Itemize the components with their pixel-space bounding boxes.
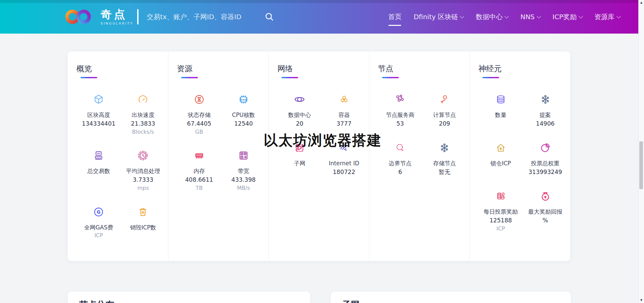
- stat-item: 容器3777: [322, 94, 366, 128]
- stat-item: 节点服务商53: [378, 94, 422, 128]
- stat-label: 子网: [294, 159, 305, 168]
- column-title-underline: [80, 77, 97, 78]
- stat-item: CPU核数12540: [221, 94, 266, 136]
- stat-unit: ICP: [94, 232, 103, 239]
- stat-unit: GB: [195, 128, 203, 136]
- moneybag-icon: [540, 190, 551, 202]
- nav-dfinity-blockchain[interactable]: Dfinity 区块链: [414, 12, 464, 21]
- stat-label: 带宽: [238, 167, 249, 175]
- bandwidth-icon: [238, 150, 249, 161]
- stat-unit: ICP: [496, 225, 505, 232]
- stat-label: 数量: [495, 111, 506, 119]
- stat-label: 每日投票奖励: [484, 208, 518, 216]
- stats-column-nodes: 节点节点服务商53计算节点209边界节点6存储节点暂无: [369, 51, 470, 261]
- stat-item: 内存408.6611TB: [177, 150, 221, 192]
- stat-unit: TB: [196, 184, 203, 192]
- subnet-card: 子网: [331, 292, 571, 303]
- stat-value: %: [542, 216, 548, 225]
- cpu-icon: [238, 94, 249, 105]
- hub-icon: [439, 142, 450, 154]
- stat-label: 节点服务商: [386, 111, 414, 119]
- stat-value: 暂无: [439, 168, 450, 176]
- stat-label: 最大奖励回报: [528, 208, 562, 216]
- column-title: 神经元: [478, 63, 568, 74]
- stats-grid: 区块高度134334401出块速度21.3833Blocks/s总交易数平均消息…: [76, 94, 165, 240]
- cube-icon: [93, 94, 104, 105]
- stat-item: 最大奖励回报%: [523, 190, 568, 232]
- stat-label: 销毁ICP数: [130, 223, 156, 232]
- stat-value: 53: [396, 120, 404, 128]
- column-title-underline: [482, 77, 499, 78]
- search-icon[interactable]: [264, 12, 274, 22]
- node-provider-icon: [394, 94, 406, 105]
- brand-name-cn: 奇点: [101, 8, 133, 20]
- stat-label: 边界节点: [389, 159, 412, 168]
- stat-label: 锁仓ICP: [490, 159, 511, 168]
- stat-item: 存储节点暂无: [422, 142, 467, 176]
- stat-item: 每日投票奖励125188ICP: [478, 190, 523, 232]
- nav-label: 首页: [388, 12, 401, 21]
- stat-label: 计算节点: [433, 111, 456, 119]
- stat-label: 出块速度: [131, 111, 154, 119]
- stat-item: 数量: [478, 94, 523, 128]
- column-title-underline: [281, 77, 298, 78]
- scroll-up-icon[interactable]: ▲: [639, 1, 644, 4]
- stats-card: 概览区块高度134334401出块速度21.3833Blocks/s总交易数平均…: [68, 51, 570, 261]
- nav-label: Dfinity 区块链: [414, 12, 458, 21]
- stat-label: 数据中心: [288, 111, 311, 119]
- coins-icon: [495, 190, 506, 202]
- stat-value: 125188: [489, 216, 512, 225]
- browser-scrollbar[interactable]: ▲ ▼: [638, 0, 644, 303]
- stat-item: 区块高度134334401: [76, 94, 121, 136]
- nav-resources[interactable]: 资源库: [594, 12, 620, 21]
- nav-nns[interactable]: NNS: [520, 13, 540, 21]
- stat-item: 计算节点209: [422, 94, 467, 128]
- brand-name-en: SINGULARITY: [101, 21, 133, 25]
- stat-value: 209: [439, 120, 450, 128]
- stat-label: 区块高度: [87, 111, 110, 119]
- stat-label: 提案: [540, 111, 551, 119]
- nav-home[interactable]: 首页: [388, 12, 401, 21]
- overlay-watermark-text: 以太坊浏览器搭建: [264, 131, 382, 150]
- archive-icon: [93, 150, 104, 161]
- chevron-down-icon: [537, 14, 541, 18]
- search-input[interactable]: [146, 12, 260, 21]
- nav-icp-rewards[interactable]: ICP奖励: [552, 12, 582, 21]
- nav-label: 资源库: [594, 12, 614, 21]
- stat-value: 3777: [336, 120, 352, 128]
- stats-column-neurons: 神经元数量提案14906锁仓ICP投票总权重313993249每日投票奖励125…: [470, 51, 570, 261]
- stat-label: CPU核数: [232, 111, 255, 119]
- stat-value: 67.4405: [187, 120, 211, 128]
- top-navbar: 奇点 SINGULARITY 首页Dfinity 区块链数据中心NNSICP奖励…: [0, 0, 644, 34]
- nav-label: NNS: [520, 13, 535, 21]
- stat-label: 平均消息处理: [126, 167, 160, 175]
- container-icon: [338, 94, 350, 105]
- house-yen-icon: [495, 142, 506, 154]
- stat-value: 21.3833: [131, 120, 155, 128]
- brand-logo[interactable]: 奇点 SINGULARITY: [63, 8, 133, 26]
- stat-value: 12540: [234, 120, 253, 128]
- gas-icon: [93, 206, 104, 218]
- nav-label: ICP奖励: [552, 12, 577, 21]
- stat-label: 存储节点: [433, 159, 456, 168]
- stats-grid: 节点服务商53计算节点209边界节点6存储节点暂无: [378, 94, 467, 176]
- hourglass-icon: [194, 94, 205, 105]
- history-clock-icon: [137, 150, 149, 161]
- stat-item: 边界节点6: [378, 142, 422, 176]
- column-title-underline: [382, 77, 399, 78]
- stat-item: 出块速度21.3833Blocks/s: [121, 94, 165, 136]
- stat-item: 全网GAS费ICP: [76, 206, 121, 240]
- stats-column-overview: 概览区块高度134334401出块速度21.3833Blocks/s总交易数平均…: [68, 51, 168, 261]
- memory-icon: [194, 150, 205, 161]
- stat-item: 平均消息处理3.7333mps: [121, 150, 165, 192]
- burn-trash-icon: [137, 206, 149, 218]
- stat-item: 锁仓ICP: [478, 142, 523, 176]
- stat-item: 投票总权重313993249: [523, 142, 568, 176]
- scroll-down-icon[interactable]: ▼: [639, 299, 644, 302]
- scrollbar-thumb[interactable]: [639, 141, 643, 189]
- column-title-underline: [181, 77, 198, 78]
- nav-data-center[interactable]: 数据中心: [476, 12, 508, 21]
- stat-value: 134334401: [82, 120, 115, 128]
- stat-value: 408.6611: [185, 176, 213, 184]
- chevron-down-icon: [505, 14, 509, 18]
